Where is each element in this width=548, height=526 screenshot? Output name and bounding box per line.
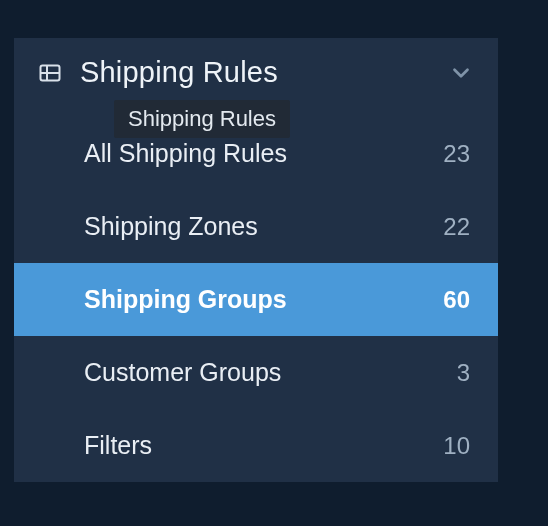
table-icon	[38, 61, 62, 85]
tooltip-shipping-rules: Shipping Rules	[114, 100, 290, 138]
sidebar-item-count: 23	[430, 140, 470, 168]
sidebar-item-label: Customer Groups	[84, 358, 281, 387]
sidebar-item-label: Shipping Groups	[84, 285, 287, 314]
chevron-down-icon[interactable]	[448, 60, 474, 86]
sidebar-item-shipping-groups[interactable]: Shipping Groups 60	[14, 263, 498, 336]
section-title: Shipping Rules	[80, 56, 278, 89]
section-header[interactable]: Shipping Rules Shipping Rules	[14, 38, 498, 99]
sidebar-shipping-rules: Shipping Rules Shipping Rules All Shippi…	[14, 38, 498, 482]
sidebar-item-count: 3	[430, 359, 470, 387]
sidebar-item-filters[interactable]: Filters 10	[14, 409, 498, 482]
sidebar-item-count: 10	[430, 432, 470, 460]
sidebar-item-customer-groups[interactable]: Customer Groups 3	[14, 336, 498, 409]
sidebar-item-label: All Shipping Rules	[84, 139, 287, 168]
sidebar-item-label: Filters	[84, 431, 152, 460]
sidebar-item-shipping-zones[interactable]: Shipping Zones 22	[14, 190, 498, 263]
sidebar-item-count: 60	[430, 286, 470, 314]
sidebar-item-label: Shipping Zones	[84, 212, 258, 241]
sidebar-menu: All Shipping Rules 23 Shipping Zones 22 …	[14, 99, 498, 482]
sidebar-item-count: 22	[430, 213, 470, 241]
